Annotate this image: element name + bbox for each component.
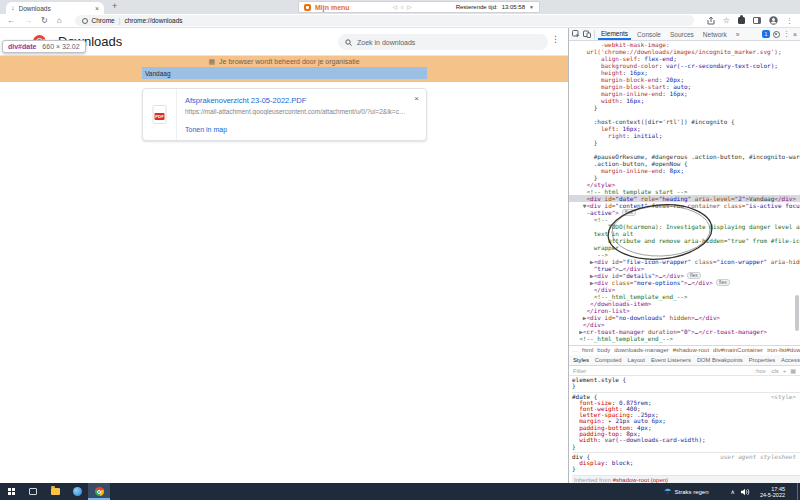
dom-tree-line[interactable]: margin-block-end: 20px; [572, 76, 800, 83]
styles-tab-row[interactable]: StylesComputedLayoutEvent ListenersDOM B… [570, 355, 799, 366]
dom-tree-line[interactable]: </iron-list> [572, 307, 800, 314]
devtools-settings-icon[interactable] [773, 31, 780, 38]
dom-tree-line[interactable]: margin-inline-end: 16px; [572, 90, 800, 97]
dom-tree-line[interactable]: -webkit-mask-image: [572, 41, 800, 48]
dom-breadcrumbs[interactable]: …htmlbodydownloads-manager#shadow-rootdi… [569, 345, 800, 355]
tab-sources[interactable]: Sources [667, 29, 697, 39]
home-icon[interactable]: ⌂ [57, 17, 62, 25]
new-tab-button[interactable]: + [112, 1, 117, 11]
dom-tree-line[interactable]: </downloads-item> [572, 300, 800, 307]
browser-app-button[interactable] [66, 483, 88, 500]
weather-widget[interactable]: ☂ Straks regen [664, 488, 708, 496]
menu-caret-icon[interactable]: ▼ [529, 4, 534, 10]
reload-icon[interactable]: ↻ [41, 17, 48, 25]
inspect-element-icon[interactable] [572, 30, 580, 38]
dom-tree-line[interactable]: } [572, 139, 800, 146]
file-explorer-button[interactable] [44, 483, 66, 500]
dom-tree-line[interactable]: <!-- [572, 216, 800, 223]
dom-tree-line[interactable]: </div> [572, 286, 800, 293]
dom-tree-line[interactable]: ▶<div id="details">…</div>flex [572, 272, 800, 279]
dom-tree-line[interactable]: ▶<div id="no-downloads" hidden>…</div> [572, 314, 800, 321]
breadcrumb[interactable]: …htmlbodydownloads-manager#shadow-rootdi… [572, 347, 797, 355]
dom-tree-line[interactable]: <div id="date" role="heading" aria-level… [569, 195, 800, 202]
dom-tree-line[interactable]: url('chrome://downloads/images/incognito… [572, 48, 800, 55]
address-bar[interactable]: Chrome | chrome://downloads [75, 15, 694, 26]
dom-tree-line[interactable]: height: 16px; [572, 69, 800, 76]
device-toolbar-icon[interactable] [583, 30, 591, 38]
dom-tree-line[interactable]: background-color: var(--cr-secondary-tex… [572, 62, 800, 69]
share-icon[interactable] [707, 17, 715, 25]
styles-pane[interactable]: element.style {}#date {<style> font-size… [569, 376, 800, 483]
elements-scrollbar[interactable] [795, 295, 799, 331]
exam-menu-overlay[interactable]: Mijn menu ◁ ○ ▷ Resterende tijd: 13:05:5… [298, 1, 540, 13]
css-rule-line[interactable]: Inherited from #shadow-root (open) [572, 475, 800, 483]
start-button[interactable] [0, 483, 22, 500]
dom-tree-line[interactable]: <!--_html_template_end_--> [572, 293, 800, 300]
more-tabs-icon[interactable]: » [733, 29, 743, 39]
dom-tree-line[interactable]: wrapper [572, 244, 800, 251]
dom-tree-line[interactable]: width: 16px; [572, 97, 800, 104]
dom-tree-line[interactable]: TODO(hcarmona): Investigate displaying d… [572, 223, 800, 230]
css-rule-line[interactable]: } [572, 383, 800, 389]
side-panel-icon[interactable] [753, 17, 761, 24]
toggle-hover-state-button[interactable]: :hov [754, 368, 765, 374]
dom-tree-line[interactable]: </div> [572, 321, 800, 328]
tab-network[interactable]: Network [700, 29, 730, 39]
dom-tree-line[interactable]: right: initial; [572, 132, 800, 139]
dom-tree-line[interactable]: align-self: flex-end; [572, 55, 800, 62]
menu-nav-arrows-icon[interactable]: ◁ ○ ▷ [393, 4, 413, 10]
download-file-link[interactable]: Afsprakenoverzicht 23-05-2022.PDF [185, 96, 306, 105]
dom-tree-line[interactable]: #pauseOrResume, #dangerous .action-butto… [572, 153, 800, 160]
dom-tree-line[interactable]: .action-button, #openNow { [572, 160, 800, 167]
hidden-icons-chevron-icon[interactable]: ∧ [731, 488, 735, 495]
dom-tree-line[interactable]: <!--_html_template_end_--> [572, 335, 800, 342]
css-rule-line[interactable]: } [572, 444, 800, 450]
dom-tree-line[interactable]: -active">flex [572, 209, 800, 216]
extensions-puzzle-icon[interactable] [738, 17, 745, 24]
chrome-app-button[interactable] [88, 483, 110, 500]
task-view-button[interactable] [22, 483, 44, 500]
dom-tree-line[interactable]: </style> [572, 181, 800, 188]
devtools-menu-icon[interactable]: ⋮ [783, 30, 790, 38]
dom-tree-line[interactable]: } [572, 174, 800, 181]
dom-tree-line[interactable]: margin-block-start: auto; [572, 83, 800, 90]
dom-tree-line[interactable]: text in alt [572, 230, 800, 237]
tab-console[interactable]: Console [634, 29, 664, 39]
back-icon[interactable]: ← [7, 17, 15, 25]
dom-tree-line[interactable] [572, 111, 800, 118]
toggle-class-button[interactable]: .cls [770, 368, 779, 374]
dom-tree-line[interactable]: margin-inline-end: 8px; [572, 167, 800, 174]
page-menu-icon[interactable]: ⋮ [551, 34, 560, 44]
styles-sidebar-tabs[interactable]: StylesComputedLayoutEvent ListenersDOM B… [569, 355, 800, 366]
downloads-search-input[interactable]: Zoek in downloads [338, 34, 548, 50]
styles-filter-input[interactable]: Filter [573, 368, 586, 374]
devtools-close-icon[interactable]: × [793, 31, 797, 38]
taskbar-clock[interactable]: 17:45 24-5-2022 [760, 486, 785, 498]
bookmark-star-icon[interactable]: ☆ [723, 16, 730, 25]
dom-tree-line[interactable]: attribute and remove aria-hidden="true" … [572, 237, 800, 244]
dom-tree-line[interactable]: --> [572, 251, 800, 258]
dom-tree-line[interactable]: ▶<div id="file-icon-wrapper" class="icon… [572, 258, 800, 265]
remove-download-icon[interactable]: × [414, 94, 419, 103]
new-style-rule-icon[interactable]: + [783, 368, 787, 374]
tab-elements[interactable]: Elements [598, 28, 631, 40]
dom-tree-line[interactable]: left: 16px; [572, 125, 800, 132]
dom-tree-line[interactable]: <!--_html_template_start_--> [572, 188, 800, 195]
browser-tab[interactable]: ↓ Downloads × [6, 2, 104, 14]
speaker-volume-icon[interactable] [741, 488, 750, 496]
grid-overlay-icon[interactable]: ▦ [790, 367, 796, 374]
dom-tree-line[interactable]: ▶<cr-toast-manager duration="0">…</cr-to… [572, 328, 800, 335]
profile-avatar-icon[interactable] [769, 16, 778, 25]
tab-close-icon[interactable]: × [95, 5, 99, 12]
dom-tree-line[interactable]: ▼<div id="content" focus-row-container c… [572, 202, 800, 209]
show-in-folder-link[interactable]: Tonen in map [185, 126, 227, 133]
dom-tree-line[interactable]: "true">…</div> [572, 265, 800, 272]
dom-tree-line[interactable] [572, 146, 800, 153]
elements-tree[interactable]: -webkit-mask-image: url('chrome://downlo… [569, 41, 800, 345]
forward-icon[interactable]: → [24, 17, 32, 25]
css-rule-line[interactable]: } [572, 466, 800, 472]
dom-tree-line[interactable]: } [572, 104, 800, 111]
dom-tree-line[interactable]: ▶<div class="more-options">…</div>flex [572, 279, 800, 286]
dom-tree-line[interactable]: :host-context([dir='rtl']) #incognito { [572, 118, 800, 125]
browser-menu-icon[interactable]: ⋮ [786, 17, 793, 25]
